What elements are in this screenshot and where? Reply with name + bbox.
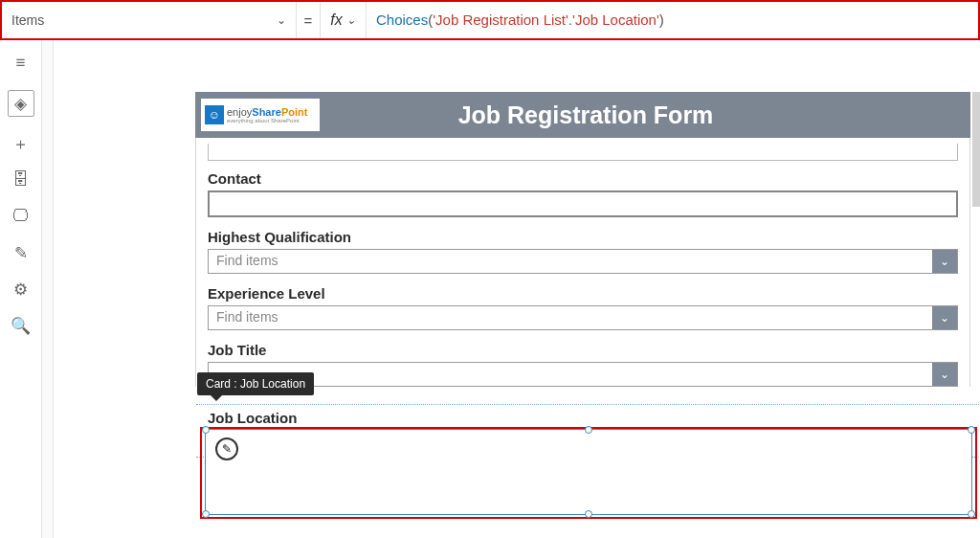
resize-handle[interactable] <box>585 426 592 434</box>
experience-level-label: Experience Level <box>208 285 958 302</box>
search-icon[interactable]: 🔍 <box>11 316 31 335</box>
chevron-down-icon: ⌄ <box>346 13 356 27</box>
logo-subtitle: everything about SharePoint <box>227 118 307 123</box>
settings-icon[interactable]: ⚙ <box>11 280 31 299</box>
workspace: ≡ ◈ ＋ 🗄 🖵 ✎ ⚙ 🔍 ☺ enjoySharePoint everyt… <box>0 40 980 538</box>
resize-handle[interactable] <box>585 510 592 518</box>
form-header: ☺ enjoySharePoint everything about Share… <box>195 92 970 138</box>
property-selector[interactable]: Items ⌄ <box>2 2 297 38</box>
fx-button[interactable]: fx ⌄ <box>321 2 367 38</box>
card-tooltip: Card : Job Location <box>197 372 314 395</box>
scrollbar[interactable] <box>972 92 980 207</box>
fx-label: fx <box>330 11 342 29</box>
formula-input[interactable]: Choices('Job Registration List'.'Job Loc… <box>367 11 978 29</box>
resize-handle[interactable] <box>202 510 210 518</box>
logo-icon: ☺ <box>205 105 224 124</box>
hamburger-icon[interactable]: ≡ <box>11 54 31 73</box>
left-toolbar: ≡ ◈ ＋ 🗄 🖵 ✎ ⚙ 🔍 <box>0 40 42 538</box>
resize-handle[interactable] <box>968 426 975 434</box>
chevron-down-icon[interactable]: ⌄ <box>932 363 957 386</box>
form-title: Job Registration Form <box>320 101 970 129</box>
chevron-down-icon[interactable]: ⌄ <box>932 250 957 273</box>
form-body: Contact Highest Qualification Find items… <box>195 138 970 387</box>
form-card: ☺ enjoySharePoint everything about Share… <box>195 92 970 398</box>
chevron-down-icon: ⌄ <box>277 13 286 27</box>
highest-qualification-combo[interactable]: Find items ⌄ <box>208 249 958 274</box>
tree-view-icon[interactable]: ◈ <box>8 90 34 117</box>
chevron-down-icon[interactable]: ⌄ <box>932 306 957 329</box>
formula-bar: Items ⌄ = fx ⌄ Choices('Job Registration… <box>0 0 980 40</box>
formula-paren-close: ) <box>659 11 664 28</box>
highest-qualification-label: Highest Qualification <box>208 229 958 245</box>
canvas[interactable]: ☺ enjoySharePoint everything about Share… <box>54 40 980 538</box>
contact-input[interactable] <box>208 191 958 217</box>
media-icon[interactable]: 🖵 <box>11 207 31 226</box>
combo-placeholder <box>209 363 932 386</box>
combo-placeholder: Find items <box>209 306 932 329</box>
advanced-tools-icon[interactable]: ✎ <box>11 243 31 262</box>
pencil-icon[interactable]: ✎ <box>215 437 238 460</box>
combo-placeholder: Find items <box>209 250 932 273</box>
contact-label: Contact <box>208 170 958 187</box>
experience-level-combo[interactable]: Find items ⌄ <box>208 305 958 330</box>
tree-pane-collapsed[interactable] <box>42 40 54 538</box>
job-location-card-selection[interactable]: Job Location ✎ <box>196 412 980 527</box>
formula-arg2: 'Job Location' <box>572 11 659 28</box>
data-icon[interactable]: 🗄 <box>11 170 31 190</box>
formula-function: Choices <box>376 11 428 28</box>
job-title-label: Job Title <box>208 342 958 358</box>
resize-handle[interactable] <box>202 426 210 434</box>
logo: ☺ enjoySharePoint everything about Share… <box>201 99 320 131</box>
property-name: Items <box>11 12 44 28</box>
partial-field-above <box>208 144 958 161</box>
job-title-combo[interactable]: ⌄ <box>208 362 958 387</box>
equals-sign: = <box>297 2 321 38</box>
resize-handle[interactable] <box>968 510 975 518</box>
insert-icon[interactable]: ＋ <box>11 134 31 153</box>
formula-arg1: 'Job Registration List' <box>433 11 568 28</box>
job-location-control[interactable]: ✎ <box>205 429 972 515</box>
